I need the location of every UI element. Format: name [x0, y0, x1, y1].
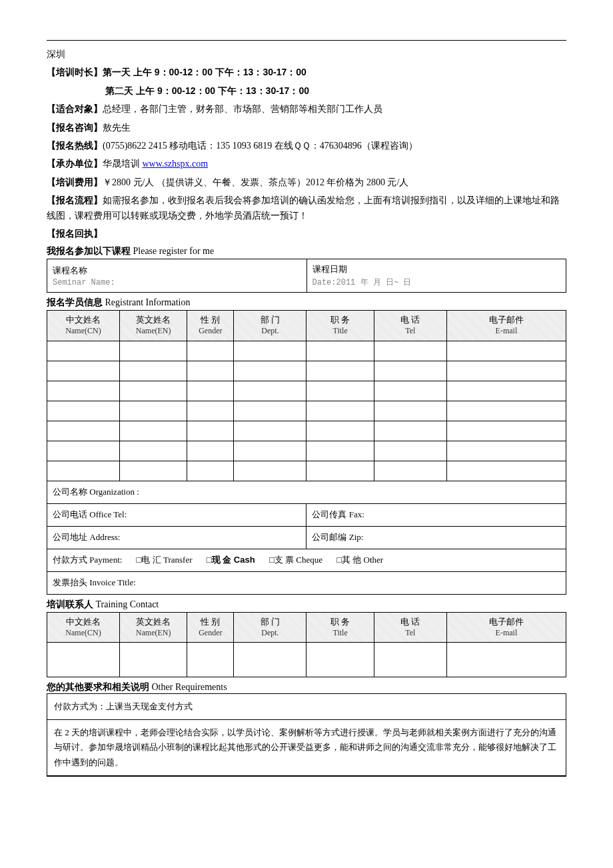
registrant-row[interactable] — [47, 361, 566, 381]
company-zip[interactable]: 公司邮编 Zip: — [306, 526, 566, 549]
organizer-text: 华晟培训 — [103, 159, 143, 169]
seminar-table: 课程名称 Seminar Name: 课程日期 Date:2011 年 月 日~… — [47, 259, 566, 293]
ccol-gender-sub: Gender — [193, 628, 228, 639]
pay-transfer[interactable]: □电 汇 Transfer — [137, 554, 193, 566]
ccol-email-sub: E-mail — [452, 628, 560, 639]
duration-day2: 第二天 上午 9：00-12：00 下午：13：30-17：00 — [105, 85, 309, 96]
col-email: 电子邮件 — [489, 315, 524, 325]
receipt-label: 【报名回执】 — [47, 228, 103, 239]
ccol-dept: 部 门 — [261, 617, 280, 627]
audience-label: 【适合对象】 — [47, 103, 103, 114]
ccol-dept-sub: Dept. — [239, 628, 301, 639]
process-label: 【报名流程】 — [47, 195, 103, 205]
pay-cash[interactable]: □现 金 Cash — [207, 554, 255, 566]
ccol-name-en-sub: Name(EN) — [125, 628, 181, 639]
ccol-title: 职 务 — [330, 617, 350, 627]
pay-other[interactable]: □其 他 Other — [336, 554, 383, 566]
registrant-row[interactable] — [47, 401, 566, 421]
registrant-row[interactable] — [47, 421, 566, 441]
ccol-email: 电子邮件 — [489, 617, 524, 627]
invoice-title[interactable]: 发票抬头 Invoice Title: — [47, 571, 566, 594]
col-name-en-sub: Name(EN) — [125, 326, 181, 337]
registrant-row[interactable] — [47, 341, 566, 361]
consult-label: 【报名咨询】 — [47, 122, 103, 133]
company-org[interactable]: 公司名称 Organization : — [47, 481, 566, 503]
seminar-name-label: 课程名称 — [53, 265, 87, 275]
location-text: 深圳 — [47, 47, 566, 62]
registrant-row[interactable] — [47, 441, 566, 461]
col-title-sub: Title — [312, 326, 368, 337]
other-req-title-en: Other Requirements — [149, 682, 227, 692]
register-title-en: Please register for me — [131, 246, 214, 256]
register-title-cn: 我报名参加以下课程 — [47, 245, 131, 256]
col-tel-sub: Tel — [380, 326, 441, 337]
registrant-title-en: Registrant Information — [103, 297, 190, 307]
col-email-sub: E-mail — [452, 326, 560, 337]
ccol-name-cn: 中文姓名 — [66, 617, 101, 627]
ccol-gender: 性 别 — [201, 617, 220, 627]
registrant-table: 中文姓名Name(CN) 英文姓名Name(EN) 性 别Gender 部 门D… — [47, 310, 566, 594]
hotline-label: 【报名热线】 — [47, 140, 103, 151]
company-fax[interactable]: 公司传真 Fax: — [306, 503, 566, 526]
other-req-title-cn: 您的其他要求和相关说明 — [47, 681, 149, 692]
fee-text: ￥2800 元/人 （提供讲义、午餐、发票、茶点等）2012 年价格为 2800… — [103, 177, 408, 187]
ccol-name-cn-sub: Name(CN) — [53, 628, 114, 639]
duration-label: 【培训时长】 — [47, 67, 103, 77]
fee-label: 【培训费用】 — [47, 177, 103, 187]
col-gender: 性 别 — [201, 315, 220, 325]
consult-text: 敖先生 — [103, 123, 131, 133]
pay-cheque[interactable]: □支 票 Cheque — [269, 554, 322, 566]
col-name-cn-sub: Name(CN) — [53, 326, 114, 337]
contact-title-en: Training Contact — [93, 599, 159, 609]
company-addr[interactable]: 公司地址 Address: — [47, 526, 306, 549]
seminar-name-sub: Seminar Name: — [53, 278, 301, 287]
ccol-tel-sub: Tel — [380, 628, 441, 639]
ccol-title-sub: Title — [312, 628, 368, 639]
seminar-date-sub: Date:2011 年 月 日~ 日 — [312, 277, 561, 288]
seminar-date-label: 课程日期 — [312, 264, 347, 274]
contact-title-cn: 培训联系人 — [47, 599, 93, 609]
ccol-tel: 电 话 — [400, 617, 420, 627]
registrant-row[interactable] — [47, 461, 566, 481]
audience-text: 总经理，各部门主管，财务部、市场部、营销部等相关部门工作人员 — [103, 104, 382, 114]
organizer-link[interactable]: www.szhspx.com — [143, 159, 209, 169]
payment-note: 付款方式为：上课当天现金支付方式 — [47, 693, 566, 720]
course-description: 在 2 天的培训课程中，老师会理论结合实际，以学员讨论、案例解析等方式进行授课。… — [47, 720, 566, 776]
col-name-cn: 中文姓名 — [66, 315, 101, 325]
company-tel[interactable]: 公司电话 Office Tel: — [47, 503, 306, 526]
col-name-en: 英文姓名 — [136, 315, 171, 325]
payment-row[interactable]: 付款方式 Payment: □电 汇 Transfer □现 金 Cash □支… — [47, 549, 566, 571]
duration-day1: 第一天 上午 9：00-12：00 下午：13：30-17：00 — [103, 67, 306, 77]
organizer-label: 【承办单位】 — [47, 158, 103, 169]
col-tel: 电 话 — [400, 315, 420, 325]
hotline-text: (0755)8622 2415 移动电话：135 1093 6819 在线ＱＱ：… — [103, 141, 418, 151]
registrant-row[interactable] — [47, 381, 566, 401]
col-title: 职 务 — [330, 315, 350, 325]
registrant-title-cn: 报名学员信息 — [47, 297, 103, 307]
contact-table: 中文姓名Name(CN) 英文姓名Name(EN) 性 别Gender 部 门D… — [47, 612, 566, 677]
col-dept: 部 门 — [261, 315, 280, 325]
col-dept-sub: Dept. — [239, 326, 301, 337]
contact-row[interactable] — [47, 643, 566, 677]
ccol-name-en: 英文姓名 — [136, 617, 171, 627]
payment-label: 付款方式 Payment: — [53, 555, 122, 565]
process-text: 如需报名参加，收到报名表后我会将参加培训的确认函发给您，上面有培训报到指引，以及… — [47, 195, 560, 220]
col-gender-sub: Gender — [193, 326, 228, 337]
